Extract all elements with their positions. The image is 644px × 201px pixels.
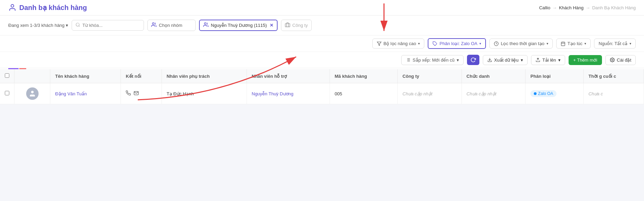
tag-dot [534,92,537,95]
row-checkbox[interactable] [5,91,9,95]
table-row: Đặng Văn Tuấn [0,83,644,104]
refresh-button[interactable] [467,55,479,65]
user-filter-close-button[interactable]: ✕ [270,23,273,28]
select-all-checkbox[interactable] [5,73,9,78]
create-time-caret-icon: ▾ [584,42,586,45]
company-icon [285,22,290,29]
time-filter-caret-icon: ▾ [547,42,548,45]
customer-name-cell[interactable]: Đặng Văn Tuấn [50,83,121,104]
source-filter-button[interactable]: Nguồn: Tất cả ▾ [594,39,636,49]
customer-table: Tên khách hàng Kết nối Nhân viên phụ trá… [0,69,644,104]
group-icon [151,22,157,29]
upload-button[interactable]: Tải lên ▾ [531,55,565,65]
support-staff-cell: Nguyễn Thuỳ Dương [247,83,330,104]
user-filter-tag[interactable]: Nguyễn Thuỳ Dương (1115) ✕ [199,20,278,31]
svg-rect-5 [285,24,290,27]
time-filter-button[interactable]: Lọc theo thời gian tạo ▾ [489,39,553,49]
company-header: Công ty [397,69,461,83]
zalo-oa-tag: Zalo OA [530,90,557,97]
search-box[interactable] [72,20,144,31]
staff-header: Nhân viên phụ trách [162,69,247,83]
sort-caret-icon: ▾ [457,57,459,63]
last-time-cell: Chưa c [583,83,644,104]
email-icon[interactable] [134,91,139,97]
sort-button[interactable]: Sắp xếp: Mới đến cũ ▾ [401,55,464,65]
last-time-header: Thời g cuối c [583,69,644,83]
svg-line-2 [79,26,80,27]
svg-point-22 [31,91,33,93]
company-filter[interactable]: Công ty [281,20,312,31]
title-cell: Chưa cập nhật [461,83,526,104]
svg-point-21 [612,59,613,61]
row-checkbox-cell[interactable] [0,83,14,104]
avatar-header [14,69,50,83]
connection-cell [121,83,162,104]
title-header: Chức danh [461,69,526,83]
category-filter-button[interactable]: Phân loại: Zalo OA ▾ [428,38,486,49]
add-new-button[interactable]: + Thêm mới [569,55,602,65]
checkbox-header[interactable] [0,69,14,83]
customer-name-header: Tên khách hàng [50,69,121,83]
svg-marker-6 [377,42,381,45]
upload-caret-icon: ▾ [558,57,561,63]
avatar [26,87,39,100]
svg-point-3 [153,23,154,24]
export-button[interactable]: Xuất dữ liệu ▾ [483,55,528,65]
viewing-count-label: Đang xem 1-3/3 khách hàng ▾ [8,23,68,28]
connection-header: Kết nối [121,69,162,83]
group-select[interactable]: Chọn nhóm [147,20,196,31]
user-filter-icon [203,22,209,29]
avatar-cell [14,83,50,104]
category-header: Phân loại [526,69,583,83]
advanced-filter-button[interactable]: Bộ lọc nâng cao ▾ [372,39,425,49]
breadcrumb: Callio → Khách Hàng → Danh Bạ Khách Hàng [539,5,636,10]
svg-point-4 [205,23,206,24]
category-cell: Zalo OA [526,83,583,104]
svg-point-1 [76,23,79,26]
customer-code-cell: 005 [330,83,397,104]
category-filter-caret-icon: ▾ [479,42,481,45]
support-staff-header: Nhân viên hỗ trợ [247,69,330,83]
source-caret-icon: ▾ [630,42,631,45]
svg-point-0 [11,4,14,7]
caret-icon[interactable]: ▾ [66,23,68,28]
company-cell: Chưa cập nhật [397,83,461,104]
advanced-filter-caret-icon: ▾ [418,42,420,45]
search-icon [75,22,80,28]
customer-code-header: Mã khách hàng [330,69,397,83]
export-caret-icon: ▾ [521,57,523,63]
create-time-filter-button[interactable]: Tạo lúc ▾ [556,39,591,49]
svg-rect-9 [561,42,565,45]
search-input[interactable] [82,23,140,28]
staff-cell: Tạ Đức Hạnh [162,83,247,104]
page-title: Danh bạ khách hàng [8,3,87,12]
phone-icon[interactable] [126,91,131,97]
settings-button[interactable]: Cài đặt [605,55,636,65]
